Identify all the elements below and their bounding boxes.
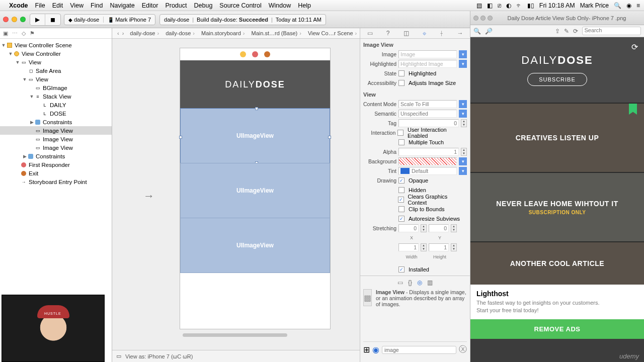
alpha-field[interactable]: 1 [398,148,459,156]
menu-file[interactable]: File [35,2,45,9]
menu-help[interactable]: Help [298,2,311,9]
identity-inspector-icon[interactable]: ◫ [404,30,409,37]
canvas-header-view[interactable]: DAILYDOSE [180,60,330,109]
zoom-in-icon[interactable]: 🔍 [473,28,481,35]
hidden-checkbox[interactable] [398,187,405,193]
tint-color-well[interactable]: Default [398,167,457,175]
clip-bounds-checkbox[interactable] [398,206,405,212]
user-interaction-checkbox[interactable] [397,130,404,136]
close-icon[interactable] [473,16,478,21]
attributes-inspector-icon[interactable]: ⟐ [423,30,426,37]
highlighted-field[interactable]: Highlighted Image [398,60,457,68]
minimize-window-button[interactable] [12,17,17,22]
canvas-uiimageview[interactable]: UIImageView [180,218,330,273]
outline-constraints[interactable]: ▶Constraints [0,118,112,126]
menu-user[interactable]: Mark Price [580,2,609,9]
outline-scene[interactable]: ▼View Controller Scene [0,41,112,49]
exit-icon[interactable] [264,51,270,57]
opaque-checkbox[interactable] [398,177,405,184]
menu-edit[interactable]: Edit [52,2,63,9]
menu-source-control[interactable]: Source Control [219,2,261,9]
menu-debug[interactable]: Debug [194,2,213,9]
menu-window[interactable]: Window [269,2,291,9]
file-template-lib-icon[interactable]: ▭ [397,279,403,286]
outline-label-daily[interactable]: LDAILY [0,101,112,109]
project-nav-icon[interactable]: ▣ [3,30,8,37]
menu-clock[interactable]: Fri 10:18 AM [539,2,575,9]
content-mode-select[interactable]: Scale To Fill [398,100,457,108]
spotlight-icon[interactable]: 🔍 [614,2,621,9]
run-button[interactable]: ▶ [30,14,45,25]
preview-search[interactable]: Search [582,27,641,35]
highlighted-dropdown[interactable]: ▾ [459,60,467,68]
menu-view[interactable]: View [70,2,84,9]
outline-bgimage[interactable]: ▭BGImage [0,83,112,92]
canvas-uiimageview[interactable]: UIImageView [180,163,330,218]
vc-icon[interactable] [240,51,246,57]
alpha-stepper[interactable]: ▲▼ [461,148,467,156]
share-icon[interactable]: ⇪ [555,28,560,35]
image-dropdown[interactable]: ▾ [459,50,467,58]
multi-touch-checkbox[interactable] [398,139,405,145]
rotate-icon[interactable]: ⟳ [573,28,578,35]
outline-image-view[interactable]: ▭Image View [0,126,112,135]
zoom-window-button[interactable] [20,17,26,22]
view-controller-frame[interactable]: DAILYDOSE UIImageView UIImageView UIImag… [180,48,331,329]
code-snippet-lib-icon[interactable]: {} [408,279,412,286]
forward-button[interactable]: › [122,30,124,36]
back-button[interactable]: ‹ [117,30,119,36]
scheme-selector[interactable]: ◆daily-dose 📱Mark iPhone 7 [64,14,155,25]
stretch-h-field[interactable]: 1 [429,243,449,251]
close-window-button[interactable] [3,17,9,22]
outline-entry-point[interactable]: →Storyboard Entry Point [0,177,112,186]
clears-context-checkbox[interactable] [398,197,404,203]
installed-checkbox[interactable] [398,266,405,273]
siri-icon[interactable]: ◉ [626,2,631,9]
first-responder-icon[interactable] [252,51,258,57]
tag-field[interactable]: 0 [398,119,459,127]
library-filter-field[interactable]: image [382,346,456,354]
app-menu[interactable]: Xcode [9,2,28,9]
minimize-icon[interactable] [480,16,486,21]
zoom-icon[interactable] [488,16,493,21]
notification-center-icon[interactable]: ≡ [636,2,640,9]
outline-label-dose[interactable]: LDOSE [0,109,112,118]
stretch-x-field[interactable]: 0 [398,224,419,232]
outline-image-view[interactable]: ▭Image View [0,143,112,152]
library-item[interactable]: ▩ Image View - Displays a single image, … [363,289,467,307]
status-icon[interactable]: ⎚ [498,2,501,9]
zoom-out-icon[interactable]: 🔎 [485,28,493,35]
outline-first-responder[interactable]: First Responder [0,160,112,169]
inspector-selector[interactable]: ▭ ? ◫ ⟐ ⟊ → [360,28,470,39]
outline-stack[interactable]: ▼≡Stack View [0,92,112,101]
outline-image-view[interactable]: ▭Image View [0,135,112,143]
library-filter-icon[interactable]: ◉ [372,345,379,354]
menu-navigate[interactable]: Navigate [110,2,134,9]
size-inspector-icon[interactable]: ⟊ [440,30,443,37]
tag-stepper[interactable]: ▲▼ [461,119,467,127]
clear-filter-icon[interactable]: ⓧ [459,344,467,355]
state-checkbox[interactable] [398,70,405,76]
outline-safe-area[interactable]: ◻Safe Area [0,66,112,75]
outline-constraints[interactable]: ▶Constraints [0,152,112,160]
outline-view[interactable]: ▼▭View [0,75,112,83]
background-color-well[interactable] [398,157,457,165]
horizontal-scrollbar[interactable] [183,333,287,337]
toggle-outline-button[interactable]: ▭ [116,353,121,359]
canvas-uiimageview[interactable]: UIImageView [180,108,330,163]
autoresize-checkbox[interactable] [398,216,405,222]
stop-button[interactable]: ◼ [45,14,60,25]
accessibility-checkbox[interactable] [398,80,405,86]
status-icon[interactable]: ◐ [506,2,511,9]
outline-vc[interactable]: ▼View Controller [0,49,112,58]
library-grid-icon[interactable]: ⊞ [363,345,370,354]
connections-inspector-icon[interactable]: → [457,30,463,37]
object-lib-icon[interactable]: ◎ [417,279,422,286]
view-as-label[interactable]: View as: iPhone 7 (ωC ωR) [125,353,193,359]
help-inspector-icon[interactable]: ? [386,30,390,37]
status-icon[interactable]: ᯤ [516,2,522,9]
menu-product[interactable]: Product [165,2,187,9]
battery-icon[interactable]: ▮▯ [527,2,534,9]
markup-icon[interactable]: ✎ [564,28,569,35]
file-inspector-icon[interactable]: ▭ [367,30,373,37]
